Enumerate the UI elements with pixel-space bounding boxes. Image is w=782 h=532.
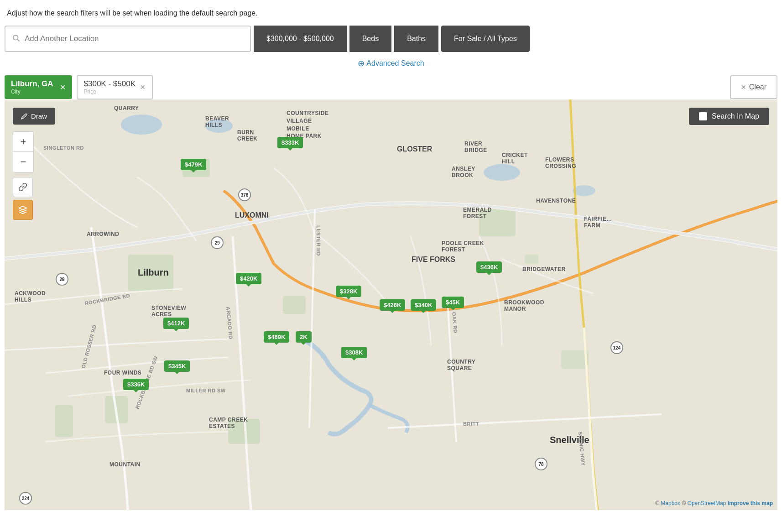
highway-badge-29c: 224 <box>19 492 32 505</box>
price-marker-469k[interactable]: $469K <box>264 331 289 343</box>
price-marker-308k[interactable]: $308K <box>341 347 367 358</box>
highway-badge-29: 29 <box>56 273 68 286</box>
city-tag-info: Lilburn, GA City <box>11 79 53 95</box>
clear-button[interactable]: ✕ Clear <box>730 75 777 99</box>
city-tag-sub: City <box>11 89 53 95</box>
search-in-map-button[interactable]: Search In Map <box>689 108 769 125</box>
svg-point-0 <box>13 35 18 40</box>
price-marker-328k[interactable]: $328K <box>336 286 361 297</box>
svg-point-3 <box>121 115 162 135</box>
highway-badge-378: 378 <box>238 188 251 201</box>
pencil-icon <box>21 113 27 120</box>
baths-button[interactable]: Baths <box>394 26 438 52</box>
price-marker-345k[interactable]: $345K <box>164 360 190 372</box>
osm-link[interactable]: OpenStreetMap <box>688 500 726 506</box>
map-container[interactable]: 29 29 378 78 124 224 QUARRY BEAVERHILLS … <box>5 99 777 510</box>
map-link-tool[interactable] <box>13 177 33 197</box>
highway-badge-78: 78 <box>535 458 547 470</box>
svg-rect-15 <box>525 255 538 264</box>
svg-marker-16 <box>19 206 27 210</box>
plus-icon: ⊕ <box>358 58 365 68</box>
svg-rect-8 <box>128 255 173 291</box>
highway-badge-29b: 29 <box>211 236 224 249</box>
type-button[interactable]: For Sale / All Types <box>441 26 530 52</box>
svg-rect-10 <box>479 209 516 236</box>
beds-button[interactable]: Beds <box>349 26 391 52</box>
checkbox-icon <box>699 112 707 120</box>
filters-row: Lilburn, GA City ✕ $300K - $500K Price ✕… <box>5 75 777 99</box>
highway-badge-124: 124 <box>610 341 623 354</box>
search-bar-row: $300,000 - $500,000 Beds Baths For Sale … <box>5 26 777 52</box>
map-attribution: © Mapbox © OpenStreetMap Improve this ma… <box>655 500 773 506</box>
price-tag-close[interactable]: ✕ <box>140 83 146 91</box>
city-tag-name: Lilburn, GA <box>11 79 53 89</box>
svg-rect-12 <box>55 405 73 437</box>
city-filter-tag[interactable]: Lilburn, GA City ✕ <box>5 75 72 99</box>
price-tag-name: $300K - $500K <box>84 79 136 89</box>
advanced-search-link[interactable]: ⊕ Advanced Search <box>358 58 424 68</box>
price-marker-420k[interactable]: $420K <box>236 273 261 284</box>
zoom-out-button[interactable]: − <box>13 152 33 172</box>
search-in-map-label: Search In Map <box>712 112 759 120</box>
price-tag-sub: Price <box>84 89 136 95</box>
zoom-controls: + − <box>13 131 34 172</box>
price-marker-412k[interactable]: $412K <box>163 318 189 329</box>
advanced-search-label: Advanced Search <box>366 59 424 68</box>
mapbox-credit: © Mapbox <box>655 500 680 506</box>
svg-point-5 <box>484 164 520 181</box>
price-button[interactable]: $300,000 - $500,000 <box>254 26 347 52</box>
price-filter-tag[interactable]: $300K - $500K Price ✕ <box>77 75 153 99</box>
price-marker-336k[interactable]: $336K <box>123 379 149 390</box>
price-tag-info: $300K - $500K Price <box>84 79 136 95</box>
price-marker-340k[interactable]: $340K <box>411 299 436 311</box>
price-marker-479k[interactable]: $479K <box>181 159 206 170</box>
price-marker-436k[interactable]: $436K <box>476 261 502 273</box>
price-marker-333k[interactable]: $333K <box>277 137 303 148</box>
draw-button[interactable]: Draw <box>13 108 55 125</box>
improve-map-link[interactable]: Improve this map <box>728 500 773 506</box>
clear-label: Clear <box>749 83 766 91</box>
price-marker-45k[interactable]: $45K <box>442 297 464 308</box>
map-layers-tool[interactable] <box>13 200 33 220</box>
layers-icon <box>18 205 27 214</box>
clear-x-icon: ✕ <box>741 83 746 91</box>
svg-line-1 <box>17 39 19 41</box>
search-icon <box>12 34 20 44</box>
page-subtitle: Adjust how the search filters will be se… <box>5 9 777 17</box>
osm-credit: © OpenStreetMap <box>682 500 726 506</box>
page-wrapper: Adjust how the search filters will be se… <box>0 0 782 510</box>
location-input-wrap[interactable] <box>5 26 251 52</box>
link-icon <box>18 183 27 192</box>
location-input[interactable] <box>25 34 244 43</box>
mapbox-link[interactable]: Mapbox <box>661 500 680 506</box>
price-marker-2k[interactable]: 2K <box>296 331 312 343</box>
svg-rect-9 <box>283 296 306 314</box>
price-marker-426k[interactable]: $426K <box>380 299 405 311</box>
draw-label: Draw <box>31 112 47 120</box>
svg-point-4 <box>205 119 233 133</box>
city-tag-close[interactable]: ✕ <box>60 83 66 92</box>
zoom-in-button[interactable]: + <box>13 132 33 152</box>
advanced-search-row: ⊕ Advanced Search <box>5 58 777 68</box>
